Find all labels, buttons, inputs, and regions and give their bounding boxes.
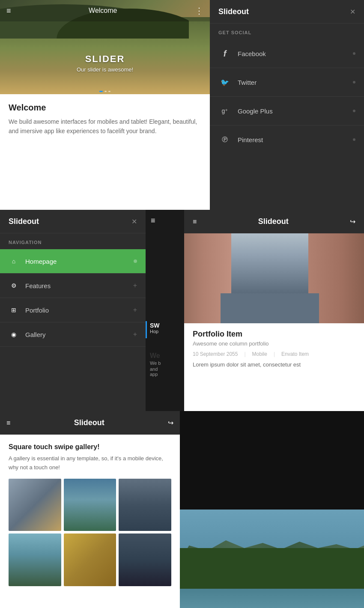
gallery-thumb-3[interactable] <box>119 479 171 531</box>
mc-partial-text: SW Hop <box>150 322 184 334</box>
features-expand-icon[interactable]: + <box>133 282 137 289</box>
gallery-thumb-2[interactable] <box>64 479 116 531</box>
portfolio-date: 10 September 2055 <box>193 351 238 357</box>
nav-item-homepage[interactable]: Homepage <box>0 249 146 274</box>
nav-label-homepage: Homepage <box>25 258 134 265</box>
social-item-pinterest[interactable]: ℗ Pinterest <box>210 125 364 154</box>
gallery-panel: Slideout Square touch swipe gallery! A g… <box>0 411 180 608</box>
gallery-content: Square touch swipe gallery! A gallery is… <box>0 435 180 595</box>
header-title: Welcome <box>89 7 117 15</box>
slideout-nav-close[interactable] <box>131 218 137 226</box>
gallery-share-icon[interactable] <box>168 419 173 427</box>
portfolio-icon <box>9 305 19 315</box>
homepage-badge <box>134 259 137 263</box>
mc-welcome: We We b and app <box>150 352 184 377</box>
facebook-dot <box>353 52 355 55</box>
nature-image <box>180 510 364 608</box>
facebook-label: Facebook <box>238 50 353 57</box>
app-header: Welcome <box>0 0 210 21</box>
hero-subtitle: Our slider is awesome! <box>0 66 210 73</box>
dot-active <box>99 91 103 92</box>
social-item-googleplus[interactable]: g⁺ Google Plus <box>210 97 364 125</box>
nav-item-portfolio[interactable]: Portfolio + <box>0 298 146 322</box>
welcome-text: We build awesome interfaces for mobiles … <box>9 117 201 136</box>
googleplus-label: Google Plus <box>238 107 353 115</box>
twitter-label: Twitter <box>238 79 353 86</box>
slideout-nav-title: Slideout <box>9 217 39 226</box>
welcome-section: Welcome We build awesome interfaces for … <box>0 94 210 145</box>
hamburger-icon[interactable] <box>6 6 11 15</box>
googleplus-icon: g⁺ <box>218 104 231 117</box>
dot-2 <box>108 91 110 92</box>
slideout-nav-header: Slideout <box>0 210 146 233</box>
gear-icon <box>9 280 19 291</box>
portfolio-panel: Slideout Portfolio Item Awesome one colu… <box>184 210 364 411</box>
thumb-img-3 <box>119 479 171 531</box>
facebook-icon: f <box>218 47 231 60</box>
welcome-title: Welcome <box>9 103 201 113</box>
gallery-header: Slideout <box>0 411 180 435</box>
thumb-img-2 <box>64 479 116 531</box>
portfolio-hamburger-icon[interactable] <box>193 218 197 226</box>
portfolio-share-icon[interactable] <box>350 218 355 226</box>
gallery-thumb-6[interactable] <box>119 533 171 586</box>
gallery-grid <box>9 479 171 586</box>
mc-we-body1: We b <box>150 360 184 367</box>
thumb-img-5 <box>64 533 116 586</box>
dark-image-panel <box>180 411 364 608</box>
dots-menu-icon[interactable] <box>195 6 203 16</box>
nav-label-features: Features <box>25 282 133 289</box>
thumb-img-4 <box>9 533 61 586</box>
meta-sep-2: | <box>274 351 275 357</box>
portfolio-item-subtitle: Awesome one column portfolio <box>193 340 355 347</box>
pinterest-label: Pinterest <box>238 136 353 143</box>
hero-indicator <box>99 91 110 92</box>
portfolio-header-title: Slideout <box>258 217 289 226</box>
slideout-social-title: Slideout <box>218 7 249 16</box>
mc-sw-text: SW <box>150 322 184 329</box>
slideout-social-close[interactable] <box>350 8 355 16</box>
gallery-header-title: Slideout <box>74 418 104 427</box>
portfolio-info: Portfolio Item Awesome one column portfo… <box>184 323 364 374</box>
nav-item-features[interactable]: Features + <box>0 274 146 298</box>
nav-item-gallery[interactable]: Gallery + <box>0 322 146 347</box>
nav-section-label: NAVIGATION <box>0 233 146 249</box>
nature-trees <box>180 548 364 591</box>
gallery-description: A gallery is essential in any template, … <box>9 454 171 472</box>
thumb-img-6 <box>119 533 171 586</box>
gallery-thumb-1[interactable] <box>9 479 61 531</box>
thumb-img-1 <box>9 479 61 531</box>
hero-image: Welcome SLIDER Our slider is awesome! <box>0 0 210 94</box>
nav-label-gallery: Gallery <box>25 331 133 338</box>
gallery-hamburger-icon[interactable] <box>6 419 10 427</box>
social-section-label: GET SOCIAL <box>210 24 364 39</box>
mc-we-title: We <box>150 352 184 360</box>
gallery-thumb-5[interactable] <box>64 533 116 586</box>
pinterest-icon: ℗ <box>218 133 231 146</box>
mc-hamburger-icon[interactable] <box>151 216 155 225</box>
portfolio-expand-icon[interactable]: + <box>133 306 137 314</box>
portfolio-meta: 10 September 2055 | Mobile | Envato Item <box>193 351 355 357</box>
camera-icon <box>9 329 19 340</box>
meta-sep-1: | <box>244 351 245 357</box>
nav-label-portfolio: Portfolio <box>25 307 133 314</box>
gallery-expand-icon[interactable]: + <box>133 331 137 338</box>
mc-we-body2: and <box>150 367 184 372</box>
mc-header <box>146 210 184 231</box>
gallery-section-title: Square touch swipe gallery! <box>9 443 171 451</box>
portfolio-image <box>184 233 364 323</box>
dark-top-area <box>180 411 364 510</box>
social-item-facebook[interactable]: f Facebook <box>210 39 364 68</box>
social-item-twitter[interactable]: 🐦 Twitter <box>210 68 364 97</box>
googleplus-dot <box>353 110 355 112</box>
slideout-social-header: Slideout <box>210 0 364 24</box>
main-app-panel: Welcome SLIDER Our slider is awesome! We… <box>0 0 210 210</box>
dot-1 <box>104 91 107 92</box>
slideout-social-panel: Slideout GET SOCIAL f Facebook 🐦 Twitter… <box>210 0 364 210</box>
nature-water <box>180 589 364 608</box>
slideout-nav-panel: Slideout NAVIGATION Homepage Features + … <box>0 210 146 411</box>
hero-text: SLIDER Our slider is awesome! <box>0 54 210 73</box>
middle-content-partial: SW Hop We We b and app <box>146 210 184 411</box>
mc-blue-bar <box>146 321 147 338</box>
gallery-thumb-4[interactable] <box>9 533 61 586</box>
